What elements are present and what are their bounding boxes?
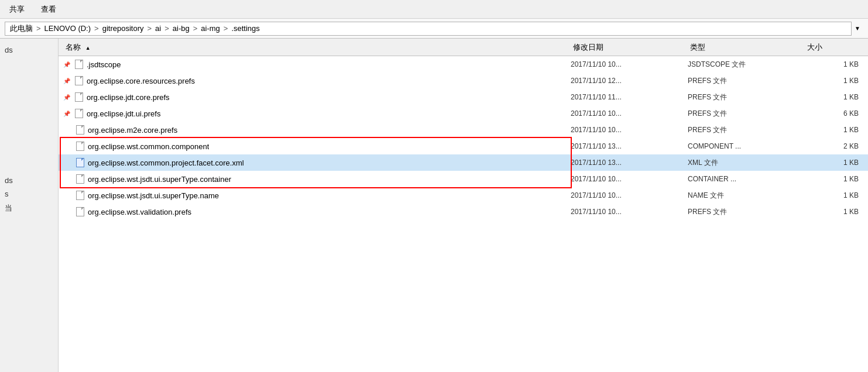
file-name-text: org.eclipse.wst.jsdt.ui.superType.name — [88, 191, 219, 200]
breadcrumb-part-2[interactable]: gitrepository — [102, 24, 144, 33]
file-name-text: org.eclipse.wst.validation.prefs — [88, 208, 191, 216]
file-size: 1 KB — [805, 159, 863, 167]
file-size: 2 KB — [805, 142, 863, 150]
col-header-size[interactable]: 大小 — [805, 42, 863, 53]
file-size: 1 KB — [805, 126, 863, 134]
menu-share[interactable]: 共享 — [6, 2, 28, 17]
file-name-text: org.eclipse.m2e.core.prefs — [88, 126, 177, 135]
table-row[interactable]: 📌org.eclipse.jdt.ui.prefs2017/11/10 10..… — [59, 105, 868, 122]
pin-icon: 📌 — [63, 94, 70, 101]
menu-view[interactable]: 查看 — [37, 2, 60, 17]
sort-arrow-name: ▲ — [85, 45, 91, 51]
file-icon — [76, 125, 84, 135]
file-name-text: .jsdtscope — [87, 60, 121, 69]
file-date: 2017/11/10 10... — [571, 191, 688, 199]
file-size: 1 KB — [805, 175, 863, 183]
sidebar: ds ds s 当 — [0, 39, 59, 372]
menu-bar: 共享 查看 — [0, 0, 868, 19]
file-type: XML 文件 — [688, 158, 805, 168]
table-row[interactable]: org.eclipse.wst.validation.prefs2017/11/… — [59, 204, 868, 220]
table-row[interactable]: 📌.jsdtscope2017/11/10 10...JSDTSCOPE 文件1… — [59, 56, 868, 73]
col-header-date[interactable]: 修改日期 — [571, 42, 688, 53]
file-name-text: org.eclipse.wst.common.project.facet.cor… — [88, 159, 244, 167]
file-name-cell: 📌org.eclipse.jdt.core.prefs — [63, 92, 571, 102]
file-icon — [76, 174, 84, 184]
file-name-cell: 📌org.eclipse.core.resources.prefs — [63, 76, 571, 85]
table-row[interactable]: org.eclipse.wst.jsdt.ui.superType.name20… — [59, 187, 868, 204]
file-name-cell: org.eclipse.m2e.core.prefs — [63, 125, 571, 135]
sep-1: > — [94, 24, 99, 33]
file-date: 2017/11/10 10... — [571, 109, 688, 118]
sidebar-label-2: s — [0, 187, 58, 201]
breadcrumb[interactable]: 此电脑 > LENOVO (D:) > gitrepository > ai >… — [5, 22, 852, 36]
file-icon — [75, 109, 83, 118]
file-list: 📌.jsdtscope2017/11/10 10...JSDTSCOPE 文件1… — [59, 56, 868, 372]
sidebar-label-3: 当 — [0, 201, 58, 216]
file-icon — [75, 92, 83, 102]
file-size: 1 KB — [805, 208, 863, 216]
col-header-name[interactable]: 名称 ▲ — [63, 42, 571, 53]
breadcrumb-part-5[interactable]: ai-mg — [201, 24, 220, 33]
file-date: 2017/11/10 10... — [571, 208, 688, 216]
sidebar-label-1: ds — [0, 174, 58, 187]
file-type: PREFS 文件 — [688, 109, 805, 119]
col-header-type[interactable]: 类型 — [688, 42, 805, 53]
file-name-cell: org.eclipse.wst.validation.prefs — [63, 207, 571, 216]
file-icon — [75, 76, 83, 85]
file-type: NAME 文件 — [688, 191, 805, 201]
sidebar-label-0: ds — [0, 43, 58, 57]
sep-2: > — [147, 24, 152, 33]
file-date: 2017/11/10 12... — [571, 77, 688, 85]
file-name-text: org.eclipse.wst.jsdt.ui.superType.contai… — [88, 175, 231, 184]
file-name-text: org.eclipse.wst.common.component — [88, 142, 209, 151]
file-name-text: org.eclipse.jdt.core.prefs — [87, 93, 170, 102]
sep-5: > — [224, 24, 228, 33]
file-size: 1 KB — [805, 93, 863, 101]
file-name-text: org.eclipse.jdt.ui.prefs — [87, 109, 160, 118]
table-row[interactable]: 📌org.eclipse.jdt.core.prefs2017/11/10 11… — [59, 89, 868, 105]
file-name-text: org.eclipse.core.resources.prefs — [87, 77, 195, 85]
file-name-cell: 📌.jsdtscope — [63, 60, 571, 69]
file-icon — [76, 142, 84, 151]
file-area: 名称 ▲ 修改日期 类型 大小 📌.jsdtscope2017/11/10 10… — [59, 39, 868, 372]
file-icon — [76, 207, 84, 216]
table-row[interactable]: 📌org.eclipse.core.resources.prefs2017/11… — [59, 73, 868, 89]
table-row[interactable]: org.eclipse.wst.common.project.facet.cor… — [59, 154, 868, 171]
file-type: PREFS 文件 — [688, 125, 805, 135]
file-name-cell: 📌org.eclipse.jdt.ui.prefs — [63, 109, 571, 118]
file-name-cell: org.eclipse.wst.common.project.facet.cor… — [63, 158, 571, 167]
file-size: 6 KB — [805, 109, 863, 118]
file-size: 1 KB — [805, 77, 863, 85]
file-type: COMPONENT ... — [688, 142, 805, 150]
breadcrumb-part-4[interactable]: ai-bg — [173, 24, 190, 33]
breadcrumb-part-6[interactable]: .settings — [231, 24, 259, 33]
file-size: 1 KB — [805, 60, 863, 68]
file-icon — [75, 60, 83, 69]
sep-0: > — [36, 24, 41, 33]
file-size: 1 KB — [805, 191, 863, 199]
file-type: JSDTSCOPE 文件 — [688, 60, 805, 70]
column-headers: 名称 ▲ 修改日期 类型 大小 — [59, 39, 868, 56]
sep-3: > — [164, 24, 169, 33]
main-area: ds ds s 当 名称 ▲ 修改日期 类型 大小 📌.jsdtscope201… — [0, 39, 868, 372]
file-type: CONTAINER ... — [688, 175, 805, 183]
address-bar: 此电脑 > LENOVO (D:) > gitrepository > ai >… — [0, 19, 868, 39]
file-type: PREFS 文件 — [688, 76, 805, 86]
breadcrumb-part-3[interactable]: ai — [155, 24, 161, 33]
file-name-cell: org.eclipse.wst.jsdt.ui.superType.contai… — [63, 174, 571, 184]
breadcrumb-part-0[interactable]: 此电脑 — [10, 23, 33, 34]
file-icon — [76, 191, 84, 200]
file-date: 2017/11/10 13... — [571, 159, 688, 167]
table-row[interactable]: org.eclipse.m2e.core.prefs2017/11/10 10.… — [59, 122, 868, 138]
breadcrumb-part-1[interactable]: LENOVO (D:) — [44, 24, 91, 33]
file-date: 2017/11/10 11... — [571, 93, 688, 101]
file-icon — [76, 158, 84, 167]
pin-icon: 📌 — [63, 61, 70, 68]
table-row[interactable]: org.eclipse.wst.jsdt.ui.superType.contai… — [59, 171, 868, 187]
file-type: PREFS 文件 — [688, 92, 805, 102]
file-date: 2017/11/10 10... — [571, 60, 688, 68]
file-name-cell: org.eclipse.wst.jsdt.ui.superType.name — [63, 191, 571, 200]
address-dropdown[interactable]: ▼ — [852, 25, 863, 32]
table-row[interactable]: org.eclipse.wst.common.component2017/11/… — [59, 138, 868, 154]
sep-4: > — [193, 24, 198, 33]
